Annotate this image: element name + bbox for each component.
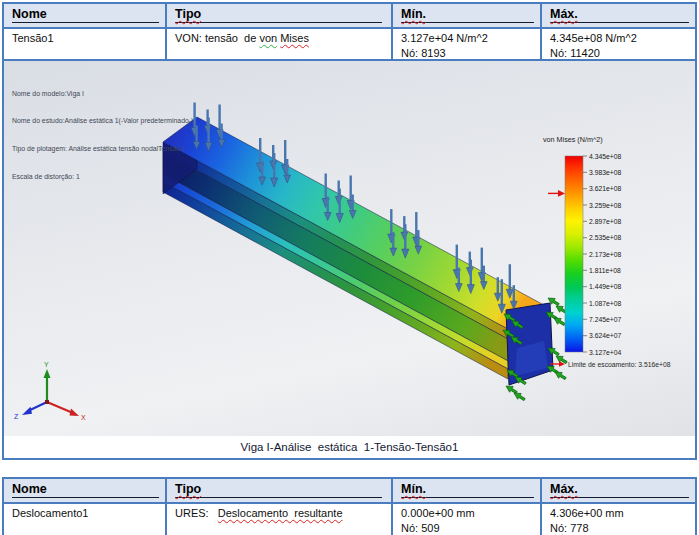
simulation-report-page: Nome Tipo Mín. Máx. Tensão1 VON: tensão … — [0, 0, 699, 535]
displacement-min-cell: 0.000e+00 mmNó: 509 — [393, 504, 542, 535]
stress-results-table: Nome Tipo Mín. Máx. Tensão1 VON: tensão … — [2, 2, 697, 64]
displacement-table-data-row: Deslocamento1 URES: Deslocamento resulta… — [4, 504, 695, 535]
plot-caption: Viga I-Análise estática 1-Tensão-Tensão1 — [4, 436, 695, 458]
header-max: Máx. — [542, 4, 695, 27]
stress-min-cell: 3.127e+04 N/m^2Nó: 8193 — [393, 29, 542, 62]
beam-3d-model — [163, 117, 542, 379]
legend-color-bar — [565, 156, 583, 352]
model-info-block: Nome do modelo:Viga I Nome do estudo:Aná… — [12, 70, 193, 200]
legend-tick-label: 7.245e+07 — [589, 316, 622, 323]
header-min: Mín. — [393, 4, 542, 27]
model-info-line: Nome do modelo:Viga I — [12, 89, 193, 98]
header-tipo: Tipo — [167, 4, 393, 27]
model-info-line: Tipo de plotagem: Análise estática tensã… — [12, 144, 193, 153]
viewport-canvas: Nome do modelo:Viga I Nome do estudo:Aná… — [4, 61, 695, 436]
legend-tick-label: 4.345e+08 — [589, 153, 622, 160]
stress-table-header-row: Nome Tipo Mín. Máx. — [4, 4, 695, 29]
legend-tick-label: 2.897e+08 — [589, 218, 622, 225]
yield-strength-note: Limite de escoamento: 3.516e+08 — [550, 361, 671, 368]
triad-x-label: X — [81, 414, 86, 421]
triad-y-label: Y — [44, 361, 49, 368]
displacement-type-cell: URES: Deslocamento resultante — [167, 504, 393, 535]
displacement-table-header-row: Nome Tipo Mín. Máx. — [4, 479, 695, 504]
stress-name-cell: Tensão1 — [4, 29, 167, 62]
yield-strength-marker-arrow — [548, 190, 565, 197]
header-tipo: Tipo — [167, 479, 393, 502]
stress-table-data-row: Tensão1 VON: tensão de von Mises 3.127e+… — [4, 29, 695, 62]
stress-max-cell: 4.345e+08 N/m^2Nó: 11420 — [542, 29, 695, 62]
beam-top-flange-front-face — [163, 142, 508, 339]
yield-note-label: Limite de escoamento: 3.516e+08 — [568, 361, 671, 368]
displacement-max-cell: 4.306e+00 mmNó: 778 — [542, 504, 695, 535]
legend-tick-label: 3.983e+08 — [589, 169, 622, 176]
legend-tick-label: 3.127e+04 — [589, 349, 622, 356]
stress-type-cell: VON: tensão de von Mises — [167, 29, 393, 62]
legend-tick-marks — [583, 156, 587, 352]
legend-tick-label: 2.173e+08 — [589, 251, 622, 258]
header-min: Mín. — [393, 479, 542, 502]
legend-title: von Mises (N/m^2) — [543, 135, 603, 144]
displacement-results-table: Nome Tipo Mín. Máx. Deslocamento1 URES: … — [2, 477, 697, 535]
legend-tick-label: 3.259e+08 — [589, 202, 622, 209]
legend-tick-label: 3.621e+08 — [589, 185, 622, 192]
header-nome: Nome — [4, 479, 167, 502]
results-viewport: Nome do modelo:Viga I Nome do estudo:Aná… — [2, 59, 697, 460]
legend-tick-label: 1.087e+08 — [589, 300, 622, 307]
legend-tick-label: 1.811e+08 — [589, 267, 621, 274]
triad-z-label: Z — [14, 413, 19, 420]
model-info-line: Escala de distorção: 1 — [12, 172, 193, 181]
stress-legend: von Mises (N/m^2) 4.345e+08 3.983e+08 3.… — [543, 135, 671, 368]
header-max: Máx. — [542, 479, 695, 502]
legend-tick-label: 1.449e+08 — [589, 283, 622, 290]
legend-tick-label: 3.624e+07 — [589, 332, 622, 339]
coordinate-triad: Y X Z — [14, 361, 86, 421]
model-info-line: Nome do estudo:Análise estática 1(-Valor… — [12, 116, 193, 125]
header-nome: Nome — [4, 4, 167, 27]
legend-tick-label: 2.535e+08 — [589, 234, 622, 241]
displacement-name-cell: Deslocamento1 — [4, 504, 167, 535]
